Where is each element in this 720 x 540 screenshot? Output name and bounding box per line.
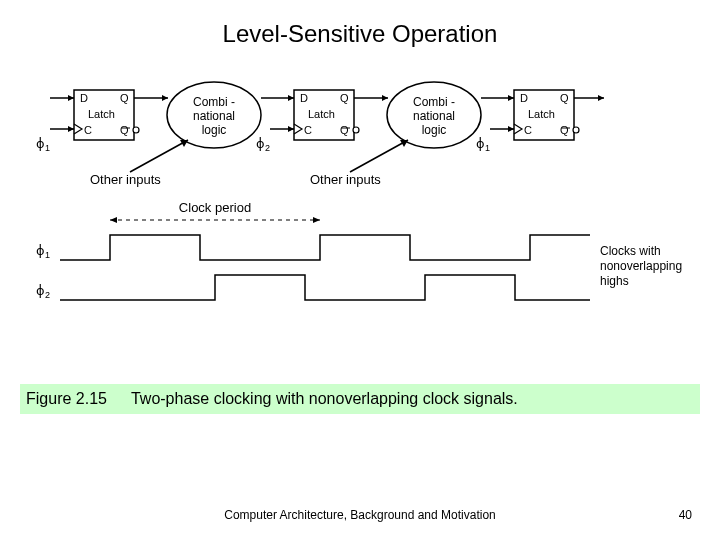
svg-marker-21: [508, 95, 514, 101]
svg-marker-11: [288, 95, 294, 101]
latch2-qbar: Q: [340, 124, 349, 136]
phi2-sub-latch2: 2: [265, 143, 270, 153]
latch-1: D Q Latch C Q: [74, 90, 139, 140]
latch3-d: D: [520, 92, 528, 104]
svg-marker-6: [68, 126, 74, 132]
clock-period-marker: Clock period: [110, 200, 320, 223]
svg-marker-35: [313, 217, 320, 223]
latch-q-label: Q: [120, 92, 129, 104]
svg-point-24: [573, 127, 579, 133]
svg-marker-4: [68, 95, 74, 101]
svg-marker-16: [288, 126, 294, 132]
clocks-note-l3: highs: [600, 274, 629, 288]
combi2-l1: Combi -: [413, 95, 455, 109]
combi1-l1: Combi -: [193, 95, 235, 109]
clocks-note-l2: nonoverlapping: [600, 259, 682, 273]
svg-point-2: [133, 127, 139, 133]
phi1-sub-latch3: 1: [485, 143, 490, 153]
figure-caption-bar: Figure 2.15 Two-phase clocking with nono…: [20, 384, 700, 414]
footer-text: Computer Architecture, Background and Mo…: [0, 508, 720, 522]
combi1-l2: national: [193, 109, 235, 123]
clocks-note-l1: Clocks with: [600, 244, 661, 258]
clocks-note: Clocks with nonoverlapping highs: [600, 244, 682, 288]
phi1-label-latch1: ϕ: [36, 136, 45, 151]
slide: Level-Sensitive Operation D Q Latch C Q: [0, 0, 720, 540]
svg-marker-8: [162, 95, 168, 101]
latch-c-label: C: [84, 124, 92, 136]
figure-number: Figure 2.15: [20, 390, 131, 408]
clock-period-label: Clock period: [179, 200, 251, 215]
combi1-l3: logic: [202, 123, 227, 137]
svg-marker-28: [598, 95, 604, 101]
svg-line-29: [130, 140, 188, 172]
latch-d-label: D: [80, 92, 88, 104]
svg-point-14: [353, 127, 359, 133]
other-inputs-2: Other inputs: [310, 172, 381, 187]
phi2-wave-label: ϕ: [36, 283, 45, 298]
latch-name: Latch: [88, 108, 115, 120]
phi2-waveform: ϕ 2: [36, 275, 590, 300]
phi1-label-latch3: ϕ: [476, 136, 485, 151]
slide-title: Level-Sensitive Operation: [0, 20, 720, 48]
diagram: D Q Latch C Q ϕ 1: [30, 80, 690, 360]
latch-2: D Q Latch C Q: [294, 90, 359, 140]
combi2-l2: national: [413, 109, 455, 123]
svg-line-31: [350, 140, 408, 172]
phi1-waveform: ϕ 1: [36, 235, 590, 260]
latch3-qbar: Q: [560, 124, 569, 136]
svg-marker-34: [110, 217, 117, 223]
other-inputs-1: Other inputs: [90, 172, 161, 187]
latch2-c: C: [304, 124, 312, 136]
phi1-sub-latch1: 1: [45, 143, 50, 153]
combinational-logic-2: Combi - national logic: [387, 82, 481, 148]
latch3-q: Q: [560, 92, 569, 104]
figure-caption-text: Two-phase clocking with nonoverlapping c…: [131, 390, 518, 408]
latch3-name: Latch: [528, 108, 555, 120]
phi2-wave-sub: 2: [45, 290, 50, 300]
svg-marker-18: [382, 95, 388, 101]
svg-marker-26: [508, 126, 514, 132]
phi2-label-latch2: ϕ: [256, 136, 265, 151]
diagram-svg: D Q Latch C Q ϕ 1: [30, 80, 690, 360]
latch2-q: Q: [340, 92, 349, 104]
page-number: 40: [679, 508, 692, 522]
latch2-name: Latch: [308, 108, 335, 120]
combi2-l3: logic: [422, 123, 447, 137]
combinational-logic-1: Combi - national logic: [167, 82, 261, 148]
latch-qbar-label: Q: [120, 124, 129, 136]
latch-3: D Q Latch C Q: [514, 90, 579, 140]
phi1-wave-sub: 1: [45, 250, 50, 260]
latch3-c: C: [524, 124, 532, 136]
latch2-d: D: [300, 92, 308, 104]
phi1-wave-label: ϕ: [36, 243, 45, 258]
